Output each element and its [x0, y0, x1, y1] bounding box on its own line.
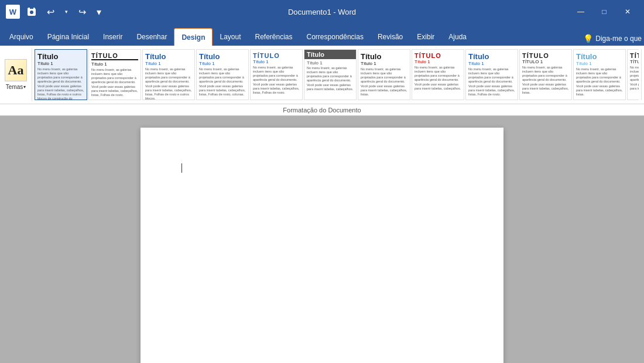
theme-card-5[interactable]: TÍTULO Título 1 No menu Inserir, as gale…	[250, 49, 303, 100]
tc-sub-4: Título 1	[199, 61, 246, 66]
tc-body-3: No menu Inserir, as galerias incluem ite…	[145, 67, 192, 100]
window-controls: — □ ✕	[570, 4, 638, 20]
save-button[interactable]	[23, 6, 40, 18]
tc-title-6: Título	[307, 51, 354, 58]
tc-body-10: No menu Inserir, as galerias incluem ite…	[522, 66, 569, 95]
tc-body-9: No menu Inserir, as galerias incluem ite…	[468, 67, 515, 97]
theme-icon-container: Aa	[5, 59, 27, 81]
tc-title-4: Título	[199, 52, 246, 61]
redo-button[interactable]: ↪	[75, 5, 90, 19]
tab-layout[interactable]: Layout	[213, 28, 248, 46]
theme-card-12[interactable]: TÍTULO TÍTULO 1 No menu Inserir, as gale…	[627, 49, 639, 100]
tc-body-7: No menu Inserir, as galerias incluem ite…	[361, 67, 407, 97]
tc-sub-2: Título 1	[91, 61, 138, 67]
tc-sub-9: Título 1	[468, 61, 515, 66]
tc-title-5: TÍTULO	[253, 52, 300, 59]
theme-card-9[interactable]: Título Título 1 No menu Inserir, as gale…	[465, 49, 518, 100]
lightbulb-icon: 💡	[583, 34, 593, 43]
tc-body-5: No menu Inserir, as galerias incluem ite…	[253, 66, 300, 95]
ribbon-tabs: Arquivo Página Inicial Inserir Desenhar …	[0, 23, 644, 46]
theme-card-10[interactable]: TÍTULO TÍTULO 1 No menu Inserir, as gale…	[519, 49, 572, 100]
theme-card-11[interactable]: Título Título 1 No menu Inserir, as gale…	[573, 49, 626, 100]
undo-button[interactable]: ↩	[43, 5, 58, 19]
tab-desenhar[interactable]: Desenhar	[129, 28, 174, 46]
text-cursor	[181, 163, 182, 173]
tc-title-8: TÍTULO	[415, 52, 461, 59]
close-button[interactable]: ✕	[617, 4, 638, 20]
themes-gallery: Título Título 1 No menu Inserir, as gale…	[32, 48, 639, 101]
theme-card-4[interactable]: Título Título 1 No menu Inserir, as gale…	[196, 49, 249, 100]
document-page[interactable]	[141, 128, 503, 363]
tab-exibir[interactable]: Exibir	[410, 28, 441, 46]
title-bar-left: W ↩ ▾ ↪ ▾	[6, 5, 105, 19]
tc-body-11: No menu Inserir, as galerias incluem ite…	[576, 67, 623, 97]
document-area[interactable]	[0, 116, 644, 363]
tc-title-1: Título	[37, 52, 84, 61]
format-divider	[641, 49, 642, 100]
word-icon: W	[6, 5, 20, 19]
themes-label: Temas	[6, 84, 23, 90]
tc-title-3: Título	[145, 52, 192, 61]
theme-icon: Aa	[5, 59, 27, 81]
tc-content-6: Título 1 No menu Inserir, as galerias in…	[304, 59, 356, 93]
theme-card-normal[interactable]: Título Título 1 No menu Inserir, as gale…	[35, 49, 87, 100]
tab-pagina-inicial[interactable]: Página Inicial	[40, 28, 96, 46]
themes-label-row: Temas ▾	[6, 84, 26, 90]
diga-me-label[interactable]: Diga-me o que	[595, 35, 642, 43]
tc-body-6: No menu Inserir, as galerias incluem ite…	[307, 66, 354, 91]
tab-correspondencias[interactable]: Correspondências	[300, 28, 371, 46]
maximize-button[interactable]: □	[594, 4, 615, 20]
tc-body-12: No menu Inserir, as galerias incluem ite…	[630, 66, 639, 91]
tc-sub-5: Título 1	[253, 59, 300, 64]
tc-title-12: TÍTULO	[630, 52, 639, 59]
undo-dropdown[interactable]: ▾	[61, 8, 71, 16]
tc-body-8: No menu Inserir, as galerias incluem ite…	[415, 66, 461, 91]
tc-title-2: TÍTULO	[91, 52, 138, 60]
tc-title-7: Título	[361, 52, 407, 61]
ribbon-content: Aa Temas ▾ Título Título 1 No menu Inser…	[0, 46, 644, 104]
ribbon-bottom-label: Formatação do Documento	[0, 104, 644, 116]
tab-design[interactable]: Design	[174, 28, 213, 46]
tc-sub-10: TÍTULO 1	[522, 59, 569, 64]
theme-card-6[interactable]: Título Título 1 No menu Inserir, as gale…	[304, 49, 357, 100]
document-title: Documento1 - Word	[288, 8, 356, 16]
tc-sub-6: Título 1	[307, 60, 354, 66]
tc-sub-3: Título 1	[145, 61, 192, 66]
themes-dropdown-icon: ▾	[23, 84, 26, 90]
tc-title-11: Título	[576, 52, 623, 61]
tc-sub-8: Título 1	[415, 59, 461, 64]
tc-body-1: No menu Inserir, as galerias incluem ite…	[37, 67, 84, 100]
themes-section[interactable]: Aa Temas ▾	[0, 48, 32, 101]
tab-ajuda[interactable]: Ajuda	[441, 28, 474, 46]
tc-sub-11: Título 1	[576, 61, 623, 66]
theme-card-8[interactable]: TÍTULO Título 1 No menu Inserir, as gale…	[412, 49, 464, 100]
tab-inserir[interactable]: Inserir	[96, 28, 129, 46]
tc-title-9: Título	[468, 52, 515, 61]
tc-sub-12: TÍTULO 1	[630, 59, 639, 64]
tc-bar-6: Título	[304, 50, 356, 59]
theme-card-7[interactable]: Título Título 1 No menu Inserir, as gale…	[358, 49, 410, 100]
tc-sub-7: Título 1	[361, 61, 407, 66]
tc-body-4: No menu Inserir, as galerias incluem ite…	[199, 67, 246, 97]
tc-title-10: TÍTULO	[522, 52, 569, 59]
tab-arquivo[interactable]: Arquivo	[2, 28, 40, 46]
quick-access-more[interactable]: ▾	[93, 5, 105, 19]
minimize-button[interactable]: —	[570, 4, 591, 20]
tab-referencias[interactable]: Referências	[248, 28, 300, 46]
theme-card-blue[interactable]: Título Título 1 No menu Inserir, as gale…	[142, 49, 195, 100]
format-section-label: Formatação do Documento	[283, 107, 361, 114]
tc-body-2: No menu Inserir, as galerias incluem ite…	[91, 68, 138, 97]
title-bar: W ↩ ▾ ↪ ▾ Documento1 - Word — □ ✕	[0, 0, 644, 23]
ribbon-search-area: 💡 Diga-me o que	[583, 34, 642, 46]
theme-card-lined[interactable]: TÍTULO Título 1 No menu Inserir, as gale…	[88, 49, 141, 100]
tc-sub-1: Título 1	[37, 61, 84, 66]
theme-a-letter: Aa	[8, 63, 24, 78]
tab-revisao[interactable]: Revisão	[371, 28, 410, 46]
